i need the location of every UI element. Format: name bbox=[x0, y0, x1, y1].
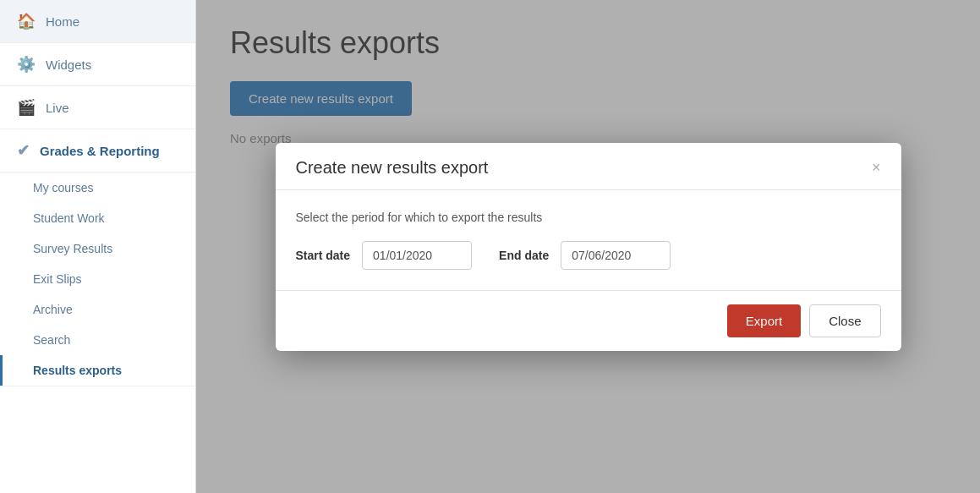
date-row: Start date End date bbox=[296, 241, 881, 270]
modal-overlay: Create new results export × Select the p… bbox=[196, 0, 980, 493]
end-date-label: End date bbox=[499, 249, 549, 262]
modal-dialog: Create new results export × Select the p… bbox=[276, 143, 901, 351]
sidebar-item-grades[interactable]: ✔ Grades & Reporting bbox=[0, 129, 195, 173]
start-date-input[interactable] bbox=[362, 241, 472, 270]
modal-title: Create new results export bbox=[296, 158, 489, 178]
end-date-input[interactable] bbox=[561, 241, 671, 270]
modal-body: Select the period for which to export th… bbox=[276, 190, 901, 290]
sidebar-sub-menu: My courses Student Work Survey Results E… bbox=[0, 173, 195, 386]
close-button[interactable]: Close bbox=[809, 304, 880, 337]
sidebar-label-home: Home bbox=[46, 14, 79, 29]
modal-close-button[interactable]: × bbox=[872, 160, 881, 175]
start-date-label: Start date bbox=[296, 249, 351, 262]
sidebar-item-survey-results[interactable]: Survey Results bbox=[0, 233, 195, 264]
sidebar-item-student-work[interactable]: Student Work bbox=[0, 203, 195, 233]
grades-icon: ✔ bbox=[17, 141, 30, 160]
sidebar-item-widgets[interactable]: ⚙️ Widgets bbox=[0, 43, 195, 86]
modal-footer: Export Close bbox=[276, 290, 901, 351]
live-icon: 🎬 bbox=[17, 98, 36, 117]
main-content: Results exports Create new results expor… bbox=[196, 0, 980, 493]
modal-header: Create new results export × bbox=[276, 143, 901, 190]
sidebar-item-live[interactable]: 🎬 Live bbox=[0, 86, 195, 129]
widgets-icon: ⚙️ bbox=[17, 55, 36, 74]
sidebar-item-archive[interactable]: Archive bbox=[0, 294, 195, 325]
sidebar-item-exit-slips[interactable]: Exit Slips bbox=[0, 264, 195, 294]
export-button[interactable]: Export bbox=[727, 304, 801, 337]
sidebar-label-widgets: Widgets bbox=[46, 58, 91, 72]
sidebar-item-home[interactable]: 🏠 Home bbox=[0, 0, 195, 43]
end-date-group: End date bbox=[499, 241, 671, 270]
sidebar-item-results-exports[interactable]: Results exports bbox=[0, 355, 195, 386]
sidebar-item-search[interactable]: Search bbox=[0, 325, 195, 355]
sidebar-item-my-courses[interactable]: My courses bbox=[0, 173, 195, 203]
start-date-group: Start date bbox=[296, 241, 473, 270]
sidebar-label-grades: Grades & Reporting bbox=[40, 144, 160, 158]
sidebar-label-live: Live bbox=[46, 101, 69, 115]
modal-description: Select the period for which to export th… bbox=[296, 211, 881, 224]
home-icon: 🏠 bbox=[17, 12, 36, 30]
sidebar: 🏠 Home ⚙️ Widgets 🎬 Live ✔ Grades & Repo… bbox=[0, 0, 196, 493]
